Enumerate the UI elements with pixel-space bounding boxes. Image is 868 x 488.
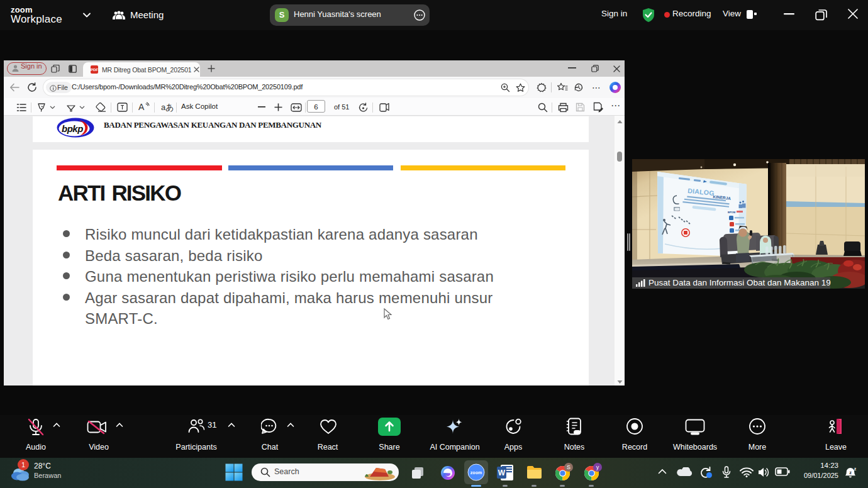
svg-text:BPOM: BPOM <box>728 211 736 214</box>
svg-text:zoom: zoom <box>470 470 482 475</box>
svg-text:A: A <box>138 102 145 112</box>
svg-text:z: z <box>854 467 857 471</box>
svg-text:PDF: PDF <box>91 68 98 72</box>
svg-text:W: W <box>498 469 506 477</box>
svg-text:z: z <box>849 470 852 475</box>
svg-text:bpkp: bpkp <box>62 123 83 134</box>
